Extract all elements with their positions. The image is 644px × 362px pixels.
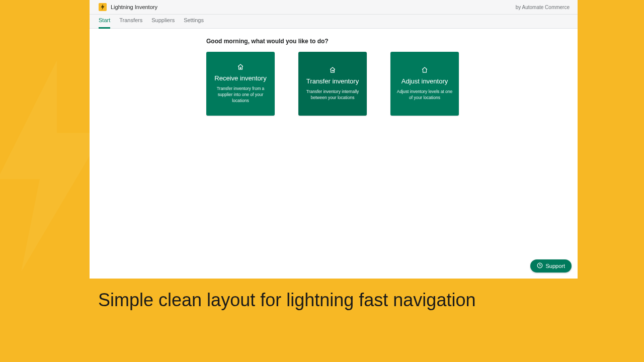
- card-title: Transfer inventory: [306, 77, 359, 85]
- tab-suppliers[interactable]: Suppliers: [151, 17, 175, 29]
- transfer-inventory-card[interactable]: Transfer inventory Transfer inventory in…: [298, 52, 367, 116]
- promo-caption: Simple clean layout for lightning fast n…: [98, 290, 475, 311]
- card-title: Adjust inventory: [401, 77, 448, 85]
- svg-point-3: [540, 267, 540, 267]
- card-description: Adjust inventory levels at one of your l…: [394, 89, 455, 101]
- svg-point-2: [538, 263, 543, 268]
- svg-marker-0: [0, 60, 103, 272]
- app-author: by Automate Commerce: [516, 5, 570, 10]
- tab-transfers[interactable]: Transfers: [119, 17, 142, 29]
- house-swap-icon: [329, 66, 336, 75]
- card-title: Receive inventory: [214, 74, 266, 82]
- help-circle-icon: [537, 262, 543, 269]
- house-in-icon: [237, 63, 244, 72]
- house-icon: [421, 66, 428, 75]
- app-logo-icon: [99, 3, 107, 11]
- card-description: Transfer inventory from a supplier into …: [210, 86, 271, 104]
- adjust-inventory-card[interactable]: Adjust inventory Adjust inventory levels…: [390, 52, 459, 116]
- tab-bar: Start Transfers Suppliers Settings: [90, 15, 578, 29]
- main-content: Good morning, what would you like to do?…: [90, 29, 578, 279]
- svg-marker-1: [101, 4, 105, 10]
- tab-start[interactable]: Start: [99, 17, 110, 29]
- card-description: Transfer inventory internally between yo…: [302, 89, 363, 101]
- support-label: Support: [545, 263, 565, 269]
- receive-inventory-card[interactable]: Receive inventory Transfer inventory fro…: [206, 52, 275, 116]
- app-window: Lightning Inventory by Automate Commerce…: [90, 0, 578, 279]
- support-button[interactable]: Support: [530, 259, 572, 273]
- header-left: Lightning Inventory: [99, 3, 157, 11]
- tab-settings[interactable]: Settings: [184, 17, 204, 29]
- app-title: Lightning Inventory: [111, 4, 157, 10]
- greeting-heading: Good morning, what would you like to do?: [206, 38, 578, 45]
- action-cards: Receive inventory Transfer inventory fro…: [206, 52, 578, 116]
- app-header: Lightning Inventory by Automate Commerce: [90, 0, 578, 15]
